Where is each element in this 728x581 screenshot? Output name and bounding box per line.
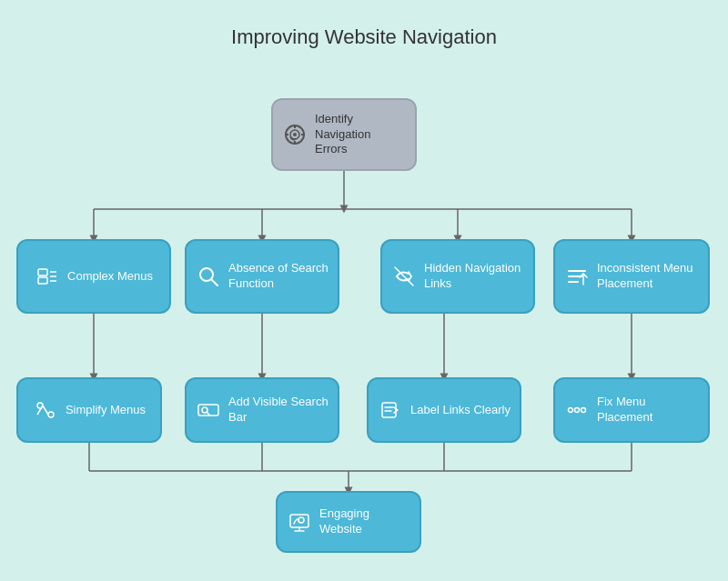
inconsistent-menu-icon <box>564 264 590 289</box>
node-complex-menus: Complex Menus <box>16 239 171 314</box>
svg-point-18 <box>293 133 297 136</box>
node-inconsistent-menu: Inconsistent Menu Placement <box>553 239 710 314</box>
svg-line-29 <box>211 279 217 285</box>
svg-rect-44 <box>382 403 396 417</box>
svg-rect-24 <box>38 277 47 284</box>
node-simplify-menus: Simplify Menus <box>16 377 162 443</box>
node-add-search-bar-label: Add Visible Search Bar <box>228 395 329 426</box>
svg-point-53 <box>298 517 304 523</box>
node-fix-menu-label: Fix Menu Placement <box>597 395 699 426</box>
node-simplify-menus-label: Simplify Menus <box>66 403 146 418</box>
svg-line-39 <box>43 406 48 415</box>
svg-point-49 <box>581 408 586 413</box>
node-absence-search: Absence of Search Function <box>185 239 339 314</box>
node-label-links: Label Links Clearly <box>367 377 521 443</box>
identify-icon <box>282 122 308 147</box>
node-absence-search-label: Absence of Search Function <box>228 261 329 292</box>
node-engaging-website: Engaging Website <box>276 491 421 553</box>
node-hidden-nav-label: Hidden Navigation Links <box>424 261 524 292</box>
fix-menu-icon <box>564 397 590 423</box>
chart-container: Improving Website Navigation <box>0 0 728 581</box>
complex-menus-icon <box>35 264 60 289</box>
svg-rect-23 <box>38 269 47 275</box>
node-root: Identify Navigation Errors <box>271 98 417 171</box>
label-links-icon <box>378 397 403 423</box>
node-root-label: Identify Navigation Errors <box>315 112 406 158</box>
hidden-nav-icon <box>391 264 417 289</box>
svg-point-38 <box>48 412 54 417</box>
simplify-menus-icon <box>33 397 58 423</box>
node-inconsistent-menu-label: Inconsistent Menu Placement <box>597 261 699 292</box>
svg-rect-50 <box>290 515 308 527</box>
node-engaging-website-label: Engaging Website <box>319 506 410 537</box>
svg-point-47 <box>569 408 573 413</box>
node-add-search-bar: Add Visible Search Bar <box>185 377 339 443</box>
svg-point-48 <box>575 408 580 413</box>
node-fix-menu: Fix Menu Placement <box>553 377 710 443</box>
node-hidden-nav: Hidden Navigation Links <box>380 239 535 314</box>
svg-line-43 <box>207 412 209 415</box>
engaging-website-icon <box>287 509 312 535</box>
page-title: Improving Website Navigation <box>0 0 728 49</box>
node-label-links-label: Label Links Clearly <box>410 403 511 418</box>
absence-search-icon <box>196 264 221 289</box>
node-complex-menus-label: Complex Menus <box>67 269 153 285</box>
add-search-bar-icon <box>196 397 221 423</box>
